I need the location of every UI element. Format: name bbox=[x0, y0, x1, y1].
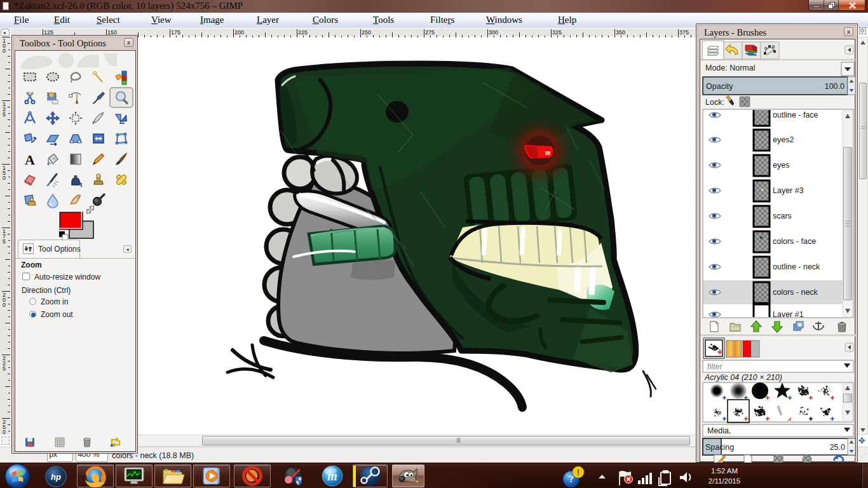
svg-text:!: ! bbox=[577, 468, 580, 477]
svg-text:eyes2: eyes2 bbox=[773, 135, 794, 144]
svg-text:filter: filter bbox=[707, 362, 722, 371]
svg-text:?: ? bbox=[569, 474, 574, 484]
svg-text:A: A bbox=[25, 152, 35, 168]
svg-text:Lock:: Lock: bbox=[705, 98, 724, 107]
svg-text:hp: hp bbox=[51, 472, 61, 482]
svg-text:outline - face: outline - face bbox=[773, 111, 818, 119]
svg-text:100.0: 100.0 bbox=[825, 82, 844, 91]
svg-text:outline - neck: outline - neck bbox=[773, 262, 820, 271]
svg-text:Opacity: Opacity bbox=[706, 82, 733, 91]
svg-text:m: m bbox=[327, 469, 337, 483]
svg-text:Mode: Normal: Mode: Normal bbox=[705, 64, 756, 72]
svg-text:scars: scars bbox=[773, 212, 792, 220]
svg-text:eyes: eyes bbox=[773, 161, 789, 170]
svg-text:Spacing: Spacing bbox=[705, 443, 734, 452]
svg-text:Acrylic 04 (210 × 210): Acrylic 04 (210 × 210) bbox=[704, 373, 782, 382]
svg-text:colors - neck: colors - neck bbox=[773, 288, 818, 297]
svg-text:Layer #3: Layer #3 bbox=[773, 186, 804, 195]
svg-text:Media,: Media, bbox=[707, 426, 731, 435]
svg-text:colors - face: colors - face bbox=[773, 237, 816, 246]
svg-text:25.0: 25.0 bbox=[830, 443, 845, 452]
